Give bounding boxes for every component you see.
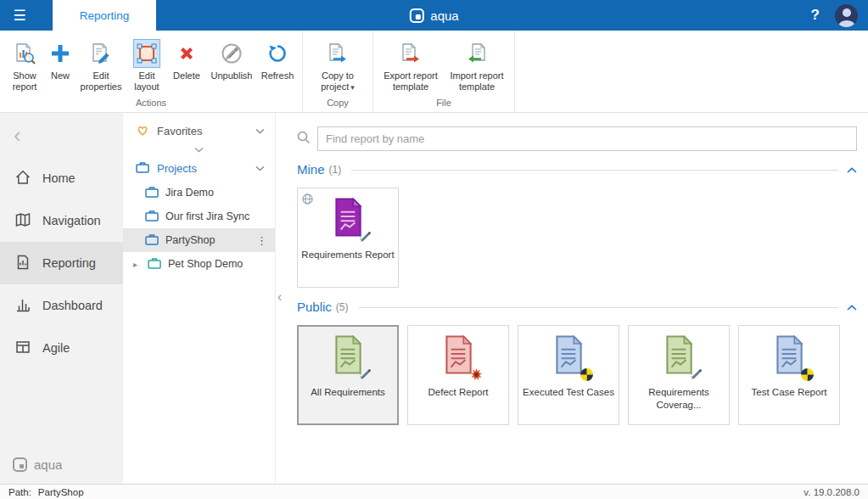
home-icon (14, 169, 31, 188)
chevron-up-icon (847, 167, 857, 173)
export-template-button[interactable]: Export report template (378, 36, 444, 95)
briefcase-icon (145, 186, 159, 200)
sidebar-item-home[interactable]: Home (0, 157, 123, 199)
sidebar-item-label: Navigation (42, 214, 101, 227)
version-label: v. 19.0.208.0 (804, 487, 860, 497)
report-card-requirements-report[interactable]: Requirements Report (297, 188, 399, 288)
sidebar-item-label: Dashboard (42, 299, 103, 312)
app-logo: aqua (409, 0, 458, 31)
section-collapse-button[interactable] (847, 165, 857, 173)
aqua-logo-gray-icon (13, 457, 27, 472)
new-label: New (51, 70, 70, 81)
aqua-logo-icon (409, 8, 423, 23)
hamburger-icon: ☰ (13, 7, 25, 25)
sidebar-item-dashboard[interactable]: Dashboard (0, 284, 123, 327)
path-value: PartyShop (38, 487, 84, 497)
public-cards: All Requirements Defect Report Executed … (297, 325, 857, 425)
report-card-defect-report[interactable]: Defect Report (407, 325, 509, 425)
section-title: Mine (297, 162, 325, 177)
sidebar-item-navigation[interactable]: Navigation (0, 199, 123, 242)
section-count: (5) (336, 301, 349, 313)
search-icon (297, 131, 311, 148)
ribbon-group-file: Export report template Import report tem… (373, 31, 515, 112)
user-avatar[interactable] (835, 4, 858, 27)
report-card-requirements-coverage[interactable]: Requirements Coverag... (628, 325, 730, 425)
tab-reporting[interactable]: Reporting (53, 0, 156, 31)
status-bar: Path: PartyShop v. 19.0.208.0 (0, 484, 868, 499)
delete-button[interactable]: Delete (167, 36, 206, 84)
new-button[interactable]: New (45, 36, 76, 84)
report-card-title: Test Case Report (748, 386, 831, 399)
pen-badge-icon (359, 367, 372, 384)
globe-icon (302, 193, 313, 208)
section-header-public: Public (5) (297, 300, 857, 314)
help-button[interactable]: ? (811, 7, 820, 24)
tree-item-our-first-jira-sync[interactable]: Our first Jira Sync (123, 205, 275, 228)
refresh-button[interactable]: Refresh (257, 36, 298, 84)
delete-label: Delete (173, 70, 200, 81)
sidebar-item-reporting[interactable]: Reporting (0, 242, 123, 284)
hamburger-menu-button[interactable]: ☰ (0, 0, 39, 31)
sidebar-item-label: Agile (42, 341, 70, 355)
import-template-label: Import report template (445, 70, 508, 93)
sidebar: ‹ Home Navigation Reporting Dashboard Ag… (0, 113, 123, 484)
sidebar-footer-logo: aqua (13, 457, 62, 472)
tree-item-partyshop[interactable]: PartyShop ⋮ (123, 228, 275, 252)
copy-to-project-button[interactable]: Copy to project▾ (307, 36, 368, 95)
status-path: Path: PartyShop (8, 487, 84, 497)
tree-item-label: Jira Demo (165, 187, 214, 199)
briefcase-icon (136, 161, 149, 176)
footer-logo-text: aqua (34, 457, 62, 472)
report-card-title: Requirements Coverag... (629, 386, 729, 412)
tree-item-label: Pet Shop Demo (168, 258, 243, 270)
tree-item-label: PartyShop (165, 234, 215, 246)
edit-properties-icon (87, 39, 115, 68)
sidebar-collapse-button[interactable]: ‹ (0, 113, 123, 157)
pen-badge-icon (359, 230, 372, 247)
show-report-button[interactable]: Show report (4, 36, 45, 95)
copy-to-project-icon (324, 39, 351, 68)
search-input[interactable] (318, 132, 856, 145)
topbar-actions: ? (811, 0, 858, 31)
test-badge-icon (580, 368, 593, 384)
export-template-label: Export report template (379, 70, 442, 93)
report-card-title: Executed Test Cases (519, 386, 618, 399)
briefcase-icon (145, 233, 159, 248)
unpublish-button[interactable]: Unpublish (206, 36, 257, 84)
panel-collapse-handle[interactable]: ‹ (277, 289, 282, 305)
favorites-splitter[interactable] (123, 143, 275, 156)
kebab-menu-icon[interactable]: ⋮ (256, 234, 267, 247)
report-card-title: Requirements Report (298, 249, 397, 261)
edit-properties-button[interactable]: Edit properties (76, 36, 126, 95)
bug-badge-icon (470, 368, 483, 384)
app-name: aqua (430, 8, 458, 23)
section-title: Public (297, 300, 332, 314)
dropdown-caret-icon: ▾ (350, 83, 355, 92)
report-card-test-case-report[interactable]: Test Case Report (738, 325, 840, 425)
refresh-icon (264, 39, 291, 68)
tree-item-jira-demo[interactable]: Jira Demo (123, 181, 275, 205)
expand-arrow-icon[interactable]: ▸ (133, 260, 141, 269)
test-badge-icon (801, 368, 814, 384)
edit-layout-label: Edit layout (128, 70, 165, 93)
ribbon-group-label-actions: Actions (4, 95, 298, 112)
edit-layout-button[interactable]: Edit layout (126, 36, 167, 95)
projects-header[interactable]: Projects (123, 156, 275, 181)
path-label: Path: (8, 487, 31, 497)
briefcase-icon (145, 210, 159, 224)
sidebar-item-agile[interactable]: Agile (0, 327, 123, 369)
favorites-header[interactable]: Favorites (123, 119, 275, 143)
import-template-button[interactable]: Import report template (444, 36, 510, 95)
report-card-executed-test-cases[interactable]: Executed Test Cases (518, 325, 619, 425)
new-plus-icon (47, 39, 74, 68)
pen-badge-icon (690, 367, 703, 384)
ribbon-group-copy: Copy to project▾ Copy (303, 31, 373, 112)
project-tree-panel: Favorites Projects Jira Demo Our first J… (123, 113, 276, 484)
tree-item-pet-shop-demo[interactable]: ▸ Pet Shop Demo (123, 252, 275, 276)
favorites-label: Favorites (157, 125, 202, 137)
import-template-icon (463, 39, 490, 68)
chevron-down-icon (255, 128, 265, 134)
report-card-all-requirements[interactable]: All Requirements (297, 325, 399, 425)
splitter-chevron-icon (194, 147, 204, 153)
section-collapse-button[interactable] (847, 303, 857, 311)
